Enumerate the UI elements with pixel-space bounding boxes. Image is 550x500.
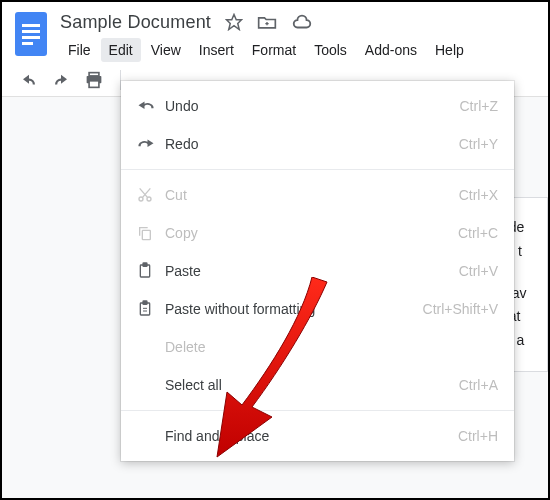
menu-item-label: Find and replace — [165, 428, 458, 444]
svg-rect-6 — [89, 73, 99, 76]
menu-help[interactable]: Help — [427, 38, 472, 62]
cut-icon — [137, 187, 165, 203]
svg-rect-8 — [89, 81, 99, 88]
svg-rect-4 — [22, 42, 33, 45]
menu-item-cut: Cut Ctrl+X — [121, 176, 514, 214]
svg-rect-0 — [15, 12, 47, 56]
svg-rect-15 — [143, 301, 147, 304]
menu-separator — [121, 410, 514, 411]
edit-dropdown-menu: Undo Ctrl+Z Redo Ctrl+Y Cut Ctrl+X Copy … — [121, 81, 514, 461]
menu-format[interactable]: Format — [244, 38, 304, 62]
redo-icon — [137, 138, 165, 150]
svg-rect-13 — [143, 263, 147, 266]
paste-plain-icon — [137, 300, 165, 318]
menu-item-shortcut: Ctrl+Z — [460, 98, 499, 114]
menu-item-label: Delete — [165, 339, 498, 355]
menu-item-label: Undo — [165, 98, 460, 114]
menu-item-shortcut: Ctrl+X — [459, 187, 498, 203]
menu-item-paste[interactable]: Paste Ctrl+V — [121, 252, 514, 290]
menu-view[interactable]: View — [143, 38, 189, 62]
menu-item-label: Paste without formatting — [165, 301, 423, 317]
menu-item-paste-without-formatting[interactable]: Paste without formatting Ctrl+Shift+V — [121, 290, 514, 328]
menu-item-shortcut: Ctrl+Shift+V — [423, 301, 498, 317]
undo-icon — [137, 100, 165, 112]
docs-logo-icon[interactable] — [12, 10, 50, 58]
star-icon[interactable] — [225, 13, 243, 31]
toolbar-print-icon[interactable] — [84, 71, 104, 89]
svg-marker-5 — [227, 15, 242, 30]
menu-item-label: Cut — [165, 187, 459, 203]
menu-item-copy: Copy Ctrl+C — [121, 214, 514, 252]
document-title[interactable]: Sample Document — [60, 12, 211, 33]
menu-item-shortcut: Ctrl+A — [459, 377, 498, 393]
menu-item-shortcut: Ctrl+V — [459, 263, 498, 279]
menu-item-label: Copy — [165, 225, 458, 241]
titlebar: Sample Document — [60, 10, 548, 34]
svg-rect-1 — [22, 24, 40, 27]
toolbar-undo-icon[interactable] — [20, 73, 38, 87]
menu-item-label: Paste — [165, 263, 459, 279]
menu-item-shortcut: Ctrl+C — [458, 225, 498, 241]
menu-separator — [121, 169, 514, 170]
menu-item-redo[interactable]: Redo Ctrl+Y — [121, 125, 514, 163]
menu-insert[interactable]: Insert — [191, 38, 242, 62]
menubar: File Edit View Insert Format Tools Add-o… — [60, 38, 548, 62]
menu-item-undo[interactable]: Undo Ctrl+Z — [121, 87, 514, 125]
move-folder-icon[interactable] — [257, 13, 277, 31]
app-header: Sample Document File Edit View — [2, 2, 548, 62]
menu-addons[interactable]: Add-ons — [357, 38, 425, 62]
menu-item-label: Redo — [165, 136, 459, 152]
menu-file[interactable]: File — [60, 38, 99, 62]
menu-item-shortcut: Ctrl+Y — [459, 136, 498, 152]
svg-rect-11 — [142, 230, 150, 239]
cloud-status-icon[interactable] — [291, 13, 313, 31]
menu-item-delete: Delete — [121, 328, 514, 366]
menu-edit[interactable]: Edit — [101, 38, 141, 62]
menu-item-select-all[interactable]: Select all Ctrl+A — [121, 366, 514, 404]
toolbar-redo-icon[interactable] — [52, 73, 70, 87]
paste-icon — [137, 262, 165, 280]
menu-item-shortcut: Ctrl+H — [458, 428, 498, 444]
copy-icon — [137, 225, 165, 241]
menu-item-label: Select all — [165, 377, 459, 393]
menu-item-find-and-replace[interactable]: Find and replace Ctrl+H — [121, 417, 514, 455]
svg-rect-3 — [22, 36, 40, 39]
menu-tools[interactable]: Tools — [306, 38, 355, 62]
svg-rect-2 — [22, 30, 40, 33]
